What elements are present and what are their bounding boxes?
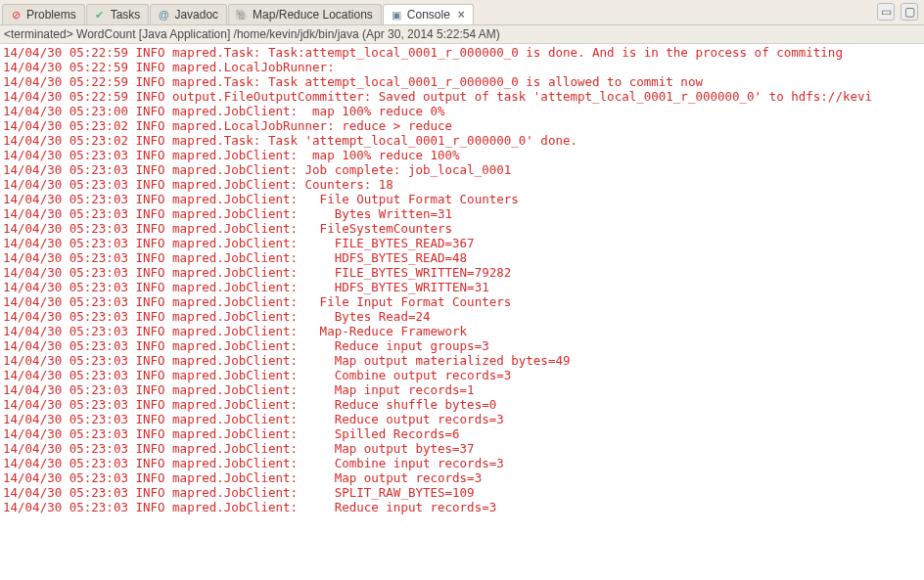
console-line: 14/04/30 05:22:59 INFO output.FileOutput…	[3, 89, 921, 104]
console-line: 14/04/30 05:23:02 INFO mapred.Task: Task…	[3, 133, 921, 148]
console-line: 14/04/30 05:23:03 INFO mapred.JobClient:…	[3, 441, 921, 456]
console-line: 14/04/30 05:23:03 INFO mapred.JobClient:…	[3, 148, 921, 162]
console-line: 14/04/30 05:23:03 INFO mapred.JobClient:…	[3, 265, 921, 280]
console-line: 14/04/30 05:23:03 INFO mapred.JobClient:…	[3, 250, 921, 265]
console-line: 14/04/30 05:23:02 INFO mapred.LocalJobRu…	[3, 118, 921, 133]
console-line: 14/04/30 05:22:59 INFO mapred.Task: Task…	[3, 74, 921, 89]
console-line: 14/04/30 05:23:03 INFO mapred.JobClient:…	[3, 470, 921, 485]
tab-label: Console	[407, 8, 450, 22]
console-line: 14/04/30 05:23:03 INFO mapred.JobClient:…	[3, 426, 921, 441]
tab-label: Map/Reduce Locations	[253, 8, 373, 22]
console-line: 14/04/30 05:23:03 INFO mapred.JobClient:…	[3, 324, 921, 338]
console-line: 14/04/30 05:23:03 INFO mapred.JobClient:…	[3, 162, 921, 177]
window-controls: ▭ ▢	[871, 3, 924, 24]
tab-label: Javadoc	[174, 8, 218, 22]
tab-javadoc[interactable]: @ Javadoc	[150, 4, 227, 24]
console-line: 14/04/30 05:23:03 INFO mapred.JobClient:…	[3, 412, 921, 426]
error-icon: ⊘	[9, 8, 23, 22]
run-app: WordCount [Java Application]	[76, 27, 230, 41]
console-line: 14/04/30 05:23:03 INFO mapred.JobClient:…	[3, 382, 921, 397]
console-line: 14/04/30 05:22:59 INFO mapred.LocalJobRu…	[3, 60, 921, 74]
run-cmd: /home/kevin/jdk/bin/java	[234, 27, 359, 41]
console-line: 14/04/30 05:23:03 INFO mapred.JobClient:…	[3, 368, 921, 382]
console-line: 14/04/30 05:23:03 INFO mapred.JobClient:…	[3, 338, 921, 353]
console-line: 14/04/30 05:23:03 INFO mapred.JobClient:…	[3, 309, 921, 324]
view-tabbar: ⊘ Problems ✔ Tasks @ Javadoc 🐘 Map/Reduc…	[0, 0, 924, 25]
tab-problems[interactable]: ⊘ Problems	[2, 4, 85, 24]
tab-console[interactable]: ▣ Console ×	[383, 4, 474, 24]
console-line: 14/04/30 05:23:03 INFO mapred.JobClient:…	[3, 456, 921, 470]
run-date: (Apr 30, 2014 5:22:54 AM)	[362, 27, 500, 41]
console-line: 14/04/30 05:23:03 INFO mapred.JobClient:…	[3, 397, 921, 412]
console-line: 14/04/30 05:23:03 INFO mapred.JobClient:…	[3, 236, 921, 250]
console-line: 14/04/30 05:23:03 INFO mapred.JobClient:…	[3, 280, 921, 294]
console-view[interactable]: 14/04/30 05:22:59 INFO mapred.Task: Task…	[0, 44, 924, 580]
at-icon: @	[157, 8, 170, 22]
console-line: 14/04/30 05:22:59 INFO mapred.Task: Task…	[3, 45, 921, 60]
console-line: 14/04/30 05:23:03 INFO mapred.JobClient:…	[3, 294, 921, 309]
console-icon: ▣	[390, 8, 403, 22]
console-line: 14/04/30 05:23:03 INFO mapred.JobClient:…	[3, 353, 921, 368]
console-line: 14/04/30 05:23:03 INFO mapred.JobClient:…	[3, 192, 921, 206]
console-line: 14/04/30 05:23:00 INFO mapred.JobClient:…	[3, 104, 921, 118]
tab-mapreduce[interactable]: 🐘 Map/Reduce Locations	[228, 4, 382, 24]
close-icon[interactable]: ×	[458, 8, 465, 22]
elephant-icon: 🐘	[235, 8, 249, 22]
console-line: 14/04/30 05:23:03 INFO mapred.JobClient:…	[3, 500, 921, 514]
minimize-button[interactable]: ▭	[877, 3, 895, 21]
console-line: 14/04/30 05:23:03 INFO mapred.JobClient:…	[3, 485, 921, 500]
console-info-line: <terminated> WordCount [Java Application…	[0, 25, 924, 44]
console-line: 14/04/30 05:23:03 INFO mapred.JobClient:…	[3, 206, 921, 221]
tab-tasks[interactable]: ✔ Tasks	[86, 4, 150, 24]
console-line: 14/04/30 05:23:03 INFO mapred.JobClient:…	[3, 177, 921, 192]
maximize-button[interactable]: ▢	[901, 3, 918, 21]
run-status: <terminated>	[4, 27, 73, 41]
tab-label: Tasks	[111, 8, 141, 22]
checkmark-icon: ✔	[93, 8, 107, 22]
console-line: 14/04/30 05:23:03 INFO mapred.JobClient:…	[3, 221, 921, 236]
tab-label: Problems	[26, 8, 76, 22]
